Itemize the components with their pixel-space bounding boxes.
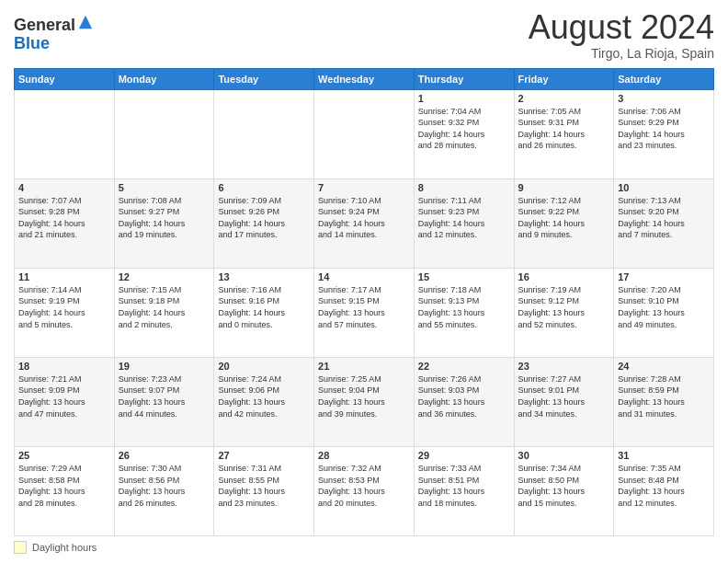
- day-number: 24: [618, 361, 710, 372]
- day-cell: 13Sunrise: 7:16 AM Sunset: 9:16 PM Dayli…: [214, 268, 314, 357]
- day-info: Sunrise: 7:08 AM Sunset: 9:27 PM Dayligh…: [119, 195, 210, 241]
- day-number: 9: [518, 182, 610, 193]
- day-number: 10: [618, 182, 710, 193]
- day-info: Sunrise: 7:20 AM Sunset: 9:10 PM Dayligh…: [618, 284, 710, 330]
- day-info: Sunrise: 7:11 AM Sunset: 9:23 PM Dayligh…: [418, 195, 510, 241]
- svg-marker-0: [79, 16, 92, 29]
- day-cell: 11Sunrise: 7:14 AM Sunset: 9:19 PM Dayli…: [15, 268, 115, 357]
- day-number: 14: [318, 271, 410, 282]
- day-cell: 25Sunrise: 7:29 AM Sunset: 8:58 PM Dayli…: [15, 446, 115, 535]
- day-number: 12: [119, 271, 210, 282]
- day-info: Sunrise: 7:35 AM Sunset: 8:48 PM Dayligh…: [618, 463, 710, 509]
- day-info: Sunrise: 7:13 AM Sunset: 9:20 PM Dayligh…: [618, 195, 710, 241]
- logo-icon: [77, 14, 94, 30]
- day-cell: 8Sunrise: 7:11 AM Sunset: 9:23 PM Daylig…: [414, 178, 514, 268]
- day-number: 3: [618, 93, 710, 104]
- day-info: Sunrise: 7:25 AM Sunset: 9:04 PM Dayligh…: [318, 373, 410, 419]
- day-cell: 3Sunrise: 7:06 AM Sunset: 9:29 PM Daylig…: [614, 89, 714, 178]
- day-cell: 20Sunrise: 7:24 AM Sunset: 9:06 PM Dayli…: [214, 357, 314, 446]
- day-cell: 28Sunrise: 7:32 AM Sunset: 8:53 PM Dayli…: [314, 446, 415, 535]
- day-cell: 30Sunrise: 7:34 AM Sunset: 8:50 PM Dayli…: [514, 446, 614, 535]
- day-number: 20: [218, 361, 310, 372]
- logo-general-text: General: [14, 16, 75, 34]
- day-cell: [15, 89, 115, 178]
- week-row-1: 1Sunrise: 7:04 AM Sunset: 9:32 PM Daylig…: [15, 89, 714, 178]
- day-number: 30: [518, 450, 610, 461]
- day-number: 4: [18, 182, 110, 193]
- day-cell: 12Sunrise: 7:15 AM Sunset: 9:18 PM Dayli…: [114, 268, 214, 357]
- day-cell: 9Sunrise: 7:12 AM Sunset: 9:22 PM Daylig…: [514, 178, 614, 268]
- day-cell: 17Sunrise: 7:20 AM Sunset: 9:10 PM Dayli…: [614, 268, 714, 357]
- day-info: Sunrise: 7:21 AM Sunset: 9:09 PM Dayligh…: [18, 373, 110, 419]
- location: Tirgo, La Rioja, Spain: [529, 46, 714, 61]
- day-info: Sunrise: 7:30 AM Sunset: 8:56 PM Dayligh…: [119, 463, 210, 509]
- day-number: 22: [418, 361, 510, 372]
- day-number: 31: [618, 450, 710, 461]
- week-row-4: 18Sunrise: 7:21 AM Sunset: 9:09 PM Dayli…: [15, 357, 714, 446]
- day-info: Sunrise: 7:24 AM Sunset: 9:06 PM Dayligh…: [218, 373, 310, 419]
- day-number: 1: [418, 93, 510, 104]
- day-cell: [314, 89, 415, 178]
- day-info: Sunrise: 7:10 AM Sunset: 9:24 PM Dayligh…: [318, 195, 410, 241]
- day-number: 16: [518, 271, 610, 282]
- day-cell: 31Sunrise: 7:35 AM Sunset: 8:48 PM Dayli…: [614, 446, 714, 535]
- day-number: 15: [418, 271, 510, 282]
- day-cell: 10Sunrise: 7:13 AM Sunset: 9:20 PM Dayli…: [614, 178, 714, 268]
- day-number: 26: [119, 450, 210, 461]
- month-year: August 2024: [529, 9, 714, 46]
- day-number: 28: [318, 450, 410, 461]
- day-info: Sunrise: 7:29 AM Sunset: 8:58 PM Dayligh…: [18, 463, 110, 509]
- footer: Daylight hours: [14, 541, 714, 554]
- col-header-saturday: Saturday: [614, 68, 714, 89]
- header: General Blue August 2024 Tirgo, La Rioja…: [14, 9, 714, 61]
- col-header-thursday: Thursday: [414, 68, 514, 89]
- day-info: Sunrise: 7:34 AM Sunset: 8:50 PM Dayligh…: [518, 463, 610, 509]
- day-cell: 22Sunrise: 7:26 AM Sunset: 9:03 PM Dayli…: [414, 357, 514, 446]
- daylight-box-icon: [14, 541, 27, 554]
- day-cell: 15Sunrise: 7:18 AM Sunset: 9:13 PM Dayli…: [414, 268, 514, 357]
- col-header-monday: Monday: [114, 68, 214, 89]
- day-cell: 16Sunrise: 7:19 AM Sunset: 9:12 PM Dayli…: [514, 268, 614, 357]
- day-cell: 26Sunrise: 7:30 AM Sunset: 8:56 PM Dayli…: [114, 446, 214, 535]
- day-number: 17: [618, 271, 710, 282]
- day-info: Sunrise: 7:07 AM Sunset: 9:28 PM Dayligh…: [18, 195, 110, 241]
- day-info: Sunrise: 7:05 AM Sunset: 9:31 PM Dayligh…: [518, 106, 610, 152]
- day-cell: 24Sunrise: 7:28 AM Sunset: 8:59 PM Dayli…: [614, 357, 714, 446]
- day-number: 21: [318, 361, 410, 372]
- day-info: Sunrise: 7:14 AM Sunset: 9:19 PM Dayligh…: [18, 284, 110, 330]
- col-header-tuesday: Tuesday: [214, 68, 314, 89]
- col-header-wednesday: Wednesday: [314, 68, 415, 89]
- week-row-3: 11Sunrise: 7:14 AM Sunset: 9:19 PM Dayli…: [15, 268, 714, 357]
- col-header-sunday: Sunday: [15, 68, 115, 89]
- day-info: Sunrise: 7:32 AM Sunset: 8:53 PM Dayligh…: [318, 463, 410, 509]
- day-number: 11: [18, 271, 110, 282]
- day-cell: 18Sunrise: 7:21 AM Sunset: 9:09 PM Dayli…: [15, 357, 115, 446]
- day-cell: 14Sunrise: 7:17 AM Sunset: 9:15 PM Dayli…: [314, 268, 415, 357]
- day-cell: 23Sunrise: 7:27 AM Sunset: 9:01 PM Dayli…: [514, 357, 614, 446]
- title-block: August 2024 Tirgo, La Rioja, Spain: [529, 9, 714, 61]
- day-number: 19: [119, 361, 210, 372]
- week-row-5: 25Sunrise: 7:29 AM Sunset: 8:58 PM Dayli…: [15, 446, 714, 535]
- day-cell: 4Sunrise: 7:07 AM Sunset: 9:28 PM Daylig…: [15, 178, 115, 268]
- day-cell: 7Sunrise: 7:10 AM Sunset: 9:24 PM Daylig…: [314, 178, 415, 268]
- day-cell: 21Sunrise: 7:25 AM Sunset: 9:04 PM Dayli…: [314, 357, 415, 446]
- col-header-friday: Friday: [514, 68, 614, 89]
- day-number: 7: [318, 182, 410, 193]
- daylight-label: Daylight hours: [32, 542, 97, 553]
- day-number: 13: [218, 271, 310, 282]
- day-info: Sunrise: 7:12 AM Sunset: 9:22 PM Dayligh…: [518, 195, 610, 241]
- day-info: Sunrise: 7:16 AM Sunset: 9:16 PM Dayligh…: [218, 284, 310, 330]
- day-number: 25: [18, 450, 110, 461]
- day-info: Sunrise: 7:26 AM Sunset: 9:03 PM Dayligh…: [418, 373, 510, 419]
- day-number: 23: [518, 361, 610, 372]
- day-cell: 1Sunrise: 7:04 AM Sunset: 9:32 PM Daylig…: [414, 89, 514, 178]
- day-cell: 5Sunrise: 7:08 AM Sunset: 9:27 PM Daylig…: [114, 178, 214, 268]
- page: General Blue August 2024 Tirgo, La Rioja…: [0, 0, 728, 563]
- day-number: 2: [518, 93, 610, 104]
- day-number: 5: [119, 182, 210, 193]
- day-info: Sunrise: 7:04 AM Sunset: 9:32 PM Dayligh…: [418, 106, 510, 152]
- day-info: Sunrise: 7:27 AM Sunset: 9:01 PM Dayligh…: [518, 373, 610, 419]
- day-cell: [214, 89, 314, 178]
- day-cell: 2Sunrise: 7:05 AM Sunset: 9:31 PM Daylig…: [514, 89, 614, 178]
- day-info: Sunrise: 7:19 AM Sunset: 9:12 PM Dayligh…: [518, 284, 610, 330]
